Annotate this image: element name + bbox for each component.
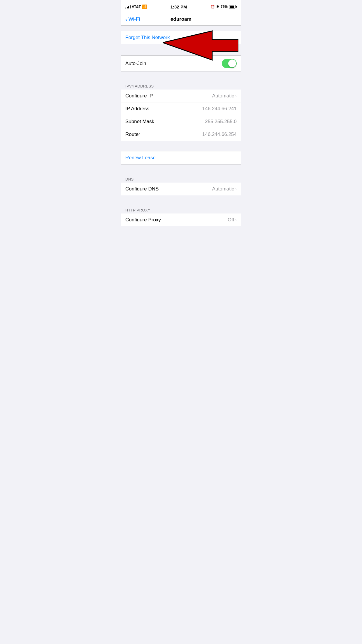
dns-section-header: DNS (121, 175, 241, 183)
status-left: AT&T 📶 (125, 4, 147, 9)
ip-address-label: IP Address (125, 106, 149, 112)
configure-dns-row[interactable]: Configure DNS Automatic › (121, 183, 241, 195)
bluetooth-icon: ✱ (216, 5, 219, 9)
renew-lease-label[interactable]: Renew Lease (125, 155, 156, 161)
status-time: 1:32 PM (171, 4, 187, 9)
nav-bar: ‹ Wi-Fi eduroam (121, 13, 241, 26)
auto-join-label: Auto-Join (125, 61, 146, 66)
configure-dns-chevron-icon: › (235, 187, 237, 191)
status-right: ⏰ ✱ 75% (210, 5, 237, 9)
status-bar: AT&T 📶 1:32 PM ⏰ ✱ 75% (121, 0, 241, 13)
configure-proxy-value: Off › (228, 217, 237, 223)
subnet-mask-row: Subnet Mask 255.255.255.0 (121, 115, 241, 128)
ip-address-row: IP Address 146.244.66.241 (121, 102, 241, 115)
configure-dns-label: Configure DNS (125, 186, 159, 192)
renew-lease-section: Renew Lease (121, 151, 241, 164)
configure-proxy-label: Configure Proxy (125, 217, 161, 223)
carrier-label: AT&T (132, 5, 141, 9)
spacer-4 (121, 164, 241, 175)
router-value: 146.244.66.254 (202, 132, 237, 137)
router-row: Router 146.244.66.254 (121, 128, 241, 141)
spacer-5 (121, 195, 241, 206)
dns-card: Configure DNS Automatic › (121, 183, 241, 195)
alarm-icon: ⏰ (210, 5, 215, 9)
back-chevron-icon: ‹ (125, 16, 127, 22)
http-proxy-card: Configure Proxy Off › (121, 214, 241, 226)
page-title: eduroam (171, 16, 191, 22)
wifi-icon: 📶 (142, 4, 147, 9)
configure-ip-chevron-icon: › (235, 94, 237, 98)
configure-proxy-chevron-icon: › (235, 218, 237, 222)
subnet-mask-label: Subnet Mask (125, 119, 154, 125)
configure-proxy-row[interactable]: Configure Proxy Off › (121, 214, 241, 226)
http-proxy-section-header: HTTP PROXY (121, 206, 241, 214)
configure-ip-label: Configure IP (125, 93, 153, 99)
forget-network-row[interactable]: Forget This Network (121, 31, 241, 44)
router-label: Router (125, 132, 140, 137)
configure-dns-value: Automatic › (212, 186, 237, 192)
renew-lease-row[interactable]: Renew Lease (121, 151, 241, 164)
battery-percent: 75% (221, 5, 228, 9)
subnet-mask-value: 255.255.255.0 (205, 119, 237, 125)
auto-join-toggle[interactable] (222, 59, 237, 68)
spacer-bottom (121, 226, 241, 237)
forget-network-wrapper: Forget This Network (121, 31, 241, 50)
auto-join-section: Auto-Join (121, 55, 241, 71)
forget-network-label[interactable]: Forget This Network (125, 35, 170, 41)
auto-join-row: Auto-Join (121, 56, 241, 71)
spacer-3 (121, 141, 241, 151)
toggle-knob (228, 60, 236, 67)
spacer-2 (121, 71, 241, 82)
configure-ip-value: Automatic › (212, 93, 237, 99)
spacer-after-forget (121, 50, 241, 55)
signal-bars-icon (125, 5, 131, 8)
forget-network-section: Forget This Network (121, 31, 241, 44)
ip-address-value: 146.244.66.241 (202, 106, 237, 112)
back-button[interactable]: ‹ Wi-Fi (125, 16, 140, 22)
spacer-top (121, 26, 241, 31)
ipv4-card: Configure IP Automatic › IP Address 146.… (121, 90, 241, 141)
back-label: Wi-Fi (129, 16, 140, 22)
configure-ip-row[interactable]: Configure IP Automatic › (121, 90, 241, 102)
battery-icon (229, 5, 237, 8)
ipv4-section-header: IPV4 ADDRESS (121, 82, 241, 90)
